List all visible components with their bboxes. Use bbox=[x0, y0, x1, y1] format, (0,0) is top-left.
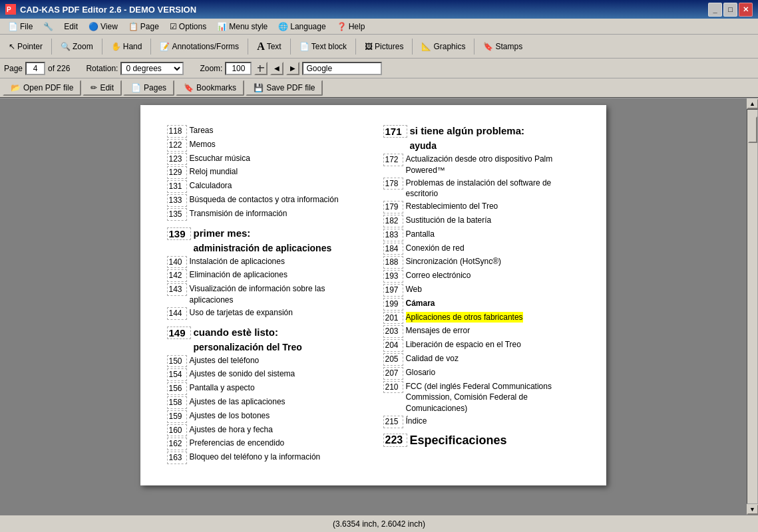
list-item: 205 Calidad de voz bbox=[383, 353, 580, 366]
page-icon: 📋 bbox=[128, 22, 138, 31]
separator bbox=[290, 39, 291, 55]
main-area: 118 Tareas 122 Memos 123 Escuchar música… bbox=[0, 98, 758, 515]
zoom-input[interactable] bbox=[225, 62, 252, 75]
menu-view[interactable]: 🔵 View bbox=[83, 21, 123, 33]
list-item: 215 Índice bbox=[383, 416, 580, 428]
options-icon: ☑ bbox=[170, 22, 177, 31]
rotation-select[interactable]: 0 degrees 90 degrees 180 degrees 270 deg… bbox=[120, 62, 184, 75]
tool-zoom[interactable]: 🔍 Zoom bbox=[55, 39, 99, 54]
toc-right-column: 171 si tiene algún problema: ayuda 172 A… bbox=[383, 125, 580, 466]
app-icon: P bbox=[5, 4, 16, 15]
list-item: 160 Ajustes de hora y fecha bbox=[167, 424, 363, 437]
list-item: 150 Ajustes del teléfono bbox=[167, 355, 363, 368]
textblock-icon: 📄 bbox=[299, 42, 309, 51]
edit-button[interactable]: ✏ Edit bbox=[83, 80, 122, 96]
page-number-input[interactable] bbox=[25, 62, 45, 75]
open-pdf-button[interactable]: 📂 Open PDF file bbox=[3, 80, 81, 96]
list-item: 172 Actualización desde otro dispositivo… bbox=[383, 154, 580, 176]
window-controls[interactable]: _ □ ✕ bbox=[708, 3, 753, 17]
menustyle-icon: 📊 bbox=[217, 22, 227, 31]
pages-button[interactable]: 📄 Pages bbox=[123, 80, 174, 96]
toc-left-column: 118 Tareas 122 Memos 123 Escuchar música… bbox=[167, 125, 363, 466]
tool-textblock[interactable]: 📄 Text block bbox=[293, 39, 353, 54]
list-item: 210 FCC (del inglés Federal Communicatio… bbox=[383, 381, 580, 414]
svg-text:P: P bbox=[7, 6, 11, 13]
search-input[interactable] bbox=[302, 62, 382, 75]
document-area: 118 Tareas 122 Memos 123 Escuchar música… bbox=[0, 98, 746, 515]
pointer-icon: ↖ bbox=[9, 42, 15, 51]
list-item: 188 Sincronización (HotSync®) bbox=[383, 256, 580, 269]
list-item: 122 Memos bbox=[167, 139, 363, 152]
section-heading: 223 Especificaciones bbox=[383, 434, 580, 448]
list-item: 203 Mensajes de error bbox=[383, 325, 580, 338]
menu-page[interactable]: 📋 Page bbox=[123, 21, 164, 33]
toolbar: ↖ Pointer 🔍 Zoom ✋ Hand 📝 Annotations/Fo… bbox=[0, 35, 758, 59]
tool-text[interactable]: A Text bbox=[251, 38, 287, 55]
tool-stamps[interactable]: 🔖 Stamps bbox=[477, 39, 528, 54]
scroll-down-button[interactable]: ▼ bbox=[747, 504, 759, 515]
save-pdf-button[interactable]: 💾 Save PDF file bbox=[246, 80, 323, 96]
action-bar: 📂 Open PDF file ✏ Edit 📄 Pages 🔖 Bookmar… bbox=[0, 78, 758, 98]
close-button[interactable]: ✕ bbox=[739, 3, 753, 17]
text-icon: A bbox=[257, 41, 265, 53]
sub-heading: administración de aplicaciones bbox=[194, 243, 363, 253]
scroll-up-button[interactable]: ▲ bbox=[747, 98, 759, 109]
scroll-thumb[interactable] bbox=[748, 116, 757, 143]
list-item: 118 Tareas bbox=[167, 125, 363, 138]
list-item: 142 Eliminación de aplicaciones bbox=[167, 269, 363, 282]
save-icon: 💾 bbox=[254, 83, 264, 92]
menu-file[interactable]: 📄 File bbox=[3, 21, 38, 33]
separator bbox=[102, 39, 102, 55]
pictures-icon: 🖼 bbox=[365, 42, 373, 51]
menu-bar: 📄 File 🔧 Edit 🔵 View 📋 Page ☑ Options 📊 … bbox=[0, 19, 758, 35]
list-item: 163 Bloqueo del teléfono y la informació… bbox=[167, 452, 363, 464]
list-item: 201 Aplicaciones de otros fabricantes bbox=[383, 312, 580, 325]
sub-heading: ayuda bbox=[410, 140, 580, 151]
pages-icon: 📄 bbox=[131, 83, 141, 92]
list-item: 154 Ajustes de sonido del sistema bbox=[167, 368, 363, 381]
list-item: 179 Restablecimiento del Treo bbox=[383, 201, 580, 213]
svg-rect-3 bbox=[260, 65, 261, 72]
list-item: 129 Reloj mundial bbox=[167, 166, 363, 179]
open-icon: 📂 bbox=[11, 83, 21, 92]
tools-icon: 🔧 bbox=[43, 22, 53, 31]
zoom-apply-button[interactable] bbox=[254, 62, 268, 75]
nav-next-button[interactable]: ▶ bbox=[286, 62, 299, 75]
list-item: 182 Sustitución de la batería bbox=[383, 215, 580, 227]
list-item: 199 Cámara bbox=[383, 298, 580, 311]
list-item: 183 Pantalla bbox=[383, 229, 580, 241]
bookmarks-button[interactable]: 🔖 Bookmarks bbox=[176, 80, 244, 96]
file-icon: 📄 bbox=[8, 22, 18, 31]
scroll-track[interactable] bbox=[747, 109, 758, 504]
nav-prev-button[interactable]: ◀ bbox=[270, 62, 284, 75]
section-heading: 139 primer mes: bbox=[167, 227, 363, 240]
tool-pictures[interactable]: 🖼 Pictures bbox=[359, 39, 409, 54]
menu-edit[interactable]: Edit bbox=[59, 21, 83, 33]
vertical-scrollbar[interactable]: ▲ ▼ bbox=[746, 98, 758, 515]
section-heading: 171 si tiene algún problema: bbox=[383, 125, 580, 138]
tool-annotations[interactable]: 📝 Annotations/Forms bbox=[154, 39, 245, 54]
minimize-button[interactable]: _ bbox=[708, 3, 722, 17]
bookmarks-icon: 🔖 bbox=[184, 83, 194, 92]
menu-menustyle[interactable]: 📊 Menu style bbox=[212, 21, 273, 33]
tool-pointer[interactable]: ↖ Pointer bbox=[3, 39, 49, 54]
svg-rect-2 bbox=[258, 67, 264, 68]
menu-help[interactable]: ❓ Help bbox=[331, 21, 371, 33]
tool-hand[interactable]: ✋ Hand bbox=[105, 39, 148, 54]
list-item: 123 Escuchar música bbox=[167, 153, 363, 166]
title-text: CAD-KAS PDF Editor 2.6 - DEMO VERSION bbox=[20, 5, 708, 15]
menu-language[interactable]: 🌐 Language bbox=[273, 21, 331, 33]
list-item: 133 Búsqueda de contactos y otra informa… bbox=[167, 194, 363, 207]
help-icon: ❓ bbox=[337, 22, 347, 31]
menu-options[interactable]: ☑ Options bbox=[164, 21, 212, 33]
graphics-icon: 📐 bbox=[421, 42, 431, 51]
stamps-icon: 🔖 bbox=[483, 42, 493, 51]
menu-tools[interactable]: 🔧 bbox=[38, 21, 59, 33]
page-count: of 226 bbox=[48, 64, 70, 73]
zoom-label: Zoom: bbox=[200, 64, 222, 73]
list-item: 144 Uso de tarjetas de expansión bbox=[167, 307, 363, 320]
tool-graphics[interactable]: 📐 Graphics bbox=[415, 39, 471, 54]
list-item: 197 Web bbox=[383, 284, 580, 297]
maximize-button[interactable]: □ bbox=[723, 3, 737, 17]
status-bar: (3.6354 inch, 2.6042 inch) bbox=[0, 515, 758, 532]
